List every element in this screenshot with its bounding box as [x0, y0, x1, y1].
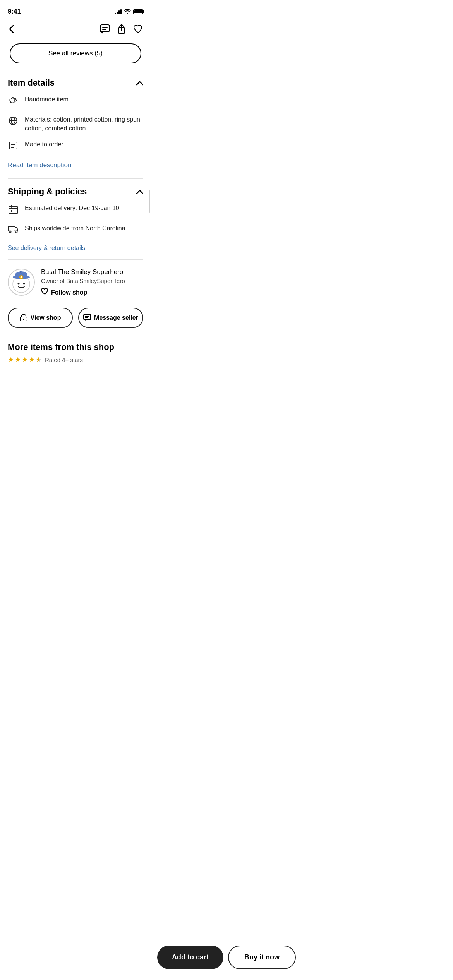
handmade-detail: Handmade item — [8, 95, 143, 108]
star-3: ★ — [22, 355, 28, 364]
share-icon[interactable] — [117, 24, 126, 36]
svg-rect-15 — [8, 226, 15, 231]
shop-avatar — [8, 269, 35, 296]
delivery-detail: Estimated delivery: Dec 19-Jan 10 — [8, 204, 143, 217]
delivery-return-link[interactable]: See delivery & return details — [8, 245, 85, 252]
svg-rect-28 — [23, 319, 24, 320]
star-2: ★ — [15, 355, 21, 364]
item-details-title: Item details — [8, 78, 55, 88]
materials-icon — [8, 116, 19, 128]
shipping-header: Shipping & policies — [8, 187, 143, 197]
rating-stars: ★ ★ ★ ★ ★★ — [8, 355, 42, 364]
reviews-section: See all reviews (5) — [0, 42, 151, 70]
view-shop-label: View shop — [31, 314, 61, 321]
svg-rect-0 — [100, 25, 110, 32]
heart-icon[interactable] — [133, 24, 143, 36]
handmade-icon — [8, 96, 19, 108]
status-time: 9:41 — [8, 8, 21, 15]
made-to-order-detail: Made to order — [8, 140, 143, 153]
svg-point-26 — [23, 283, 25, 285]
svg-point-25 — [18, 283, 20, 285]
star-1: ★ — [8, 355, 14, 364]
made-to-order-icon — [8, 140, 19, 153]
rating-text: Rated 4+ stars — [45, 356, 83, 363]
follow-shop-button[interactable]: Follow shop — [41, 288, 87, 297]
follow-shop-label: Follow shop — [51, 289, 87, 296]
chat-icon[interactable] — [100, 24, 110, 36]
materials-detail: Materials: cotton, printed cotton, ring … — [8, 115, 143, 133]
shop-rating: ★ ★ ★ ★ ★★ Rated 4+ stars — [8, 355, 143, 364]
shop-details: Batal The Smiley Superhero Owner of Bata… — [41, 267, 143, 297]
more-items-section: More items from this shop ★ ★ ★ ★ ★★ Rat… — [0, 336, 151, 364]
shipping-chevron[interactable] — [136, 187, 143, 196]
delivery-text: Estimated delivery: Dec 19-Jan 10 — [25, 204, 119, 212]
status-bar: 9:41 — [0, 0, 151, 20]
svg-rect-14 — [11, 210, 12, 212]
made-to-order-text: Made to order — [25, 140, 63, 149]
ships-worldwide-text: Ships worldwide from North Carolina — [25, 224, 125, 233]
shipping-title: Shipping & policies — [8, 187, 87, 197]
status-icons — [115, 9, 143, 15]
item-details-section: Item details Handmade item — [0, 70, 151, 178]
shop-actions: View shop Message seller — [0, 302, 151, 336]
svg-point-22 — [20, 271, 22, 273]
nav-actions — [100, 24, 143, 36]
shipping-location-detail: Ships worldwide from North Carolina — [8, 224, 143, 235]
item-details-header: Item details — [8, 78, 143, 88]
follow-heart-icon — [41, 288, 49, 297]
shipping-policies-section: Shipping & policies Estimated delivery: … — [0, 179, 151, 259]
shop-section: Batal The Smiley Superhero Owner of Bata… — [0, 260, 151, 297]
message-seller-label: Message seller — [94, 314, 138, 321]
view-shop-button[interactable]: View shop — [8, 308, 73, 328]
item-details-chevron[interactable] — [136, 79, 143, 87]
truck-icon — [8, 224, 19, 235]
see-all-reviews-button[interactable]: See all reviews (5) — [10, 43, 141, 63]
battery-icon — [133, 9, 143, 14]
handmade-text: Handmade item — [25, 95, 69, 104]
star-4: ★ — [29, 355, 35, 364]
read-item-description-link[interactable]: Read item description — [8, 161, 71, 169]
materials-text: Materials: cotton, printed cotton, ring … — [25, 115, 143, 133]
signal-icon — [115, 9, 122, 14]
nav-bar — [0, 20, 151, 42]
shop-name: Batal The Smiley Superhero — [41, 267, 143, 277]
scroll-indicator — [149, 190, 150, 213]
star-half: ★★ — [36, 355, 42, 364]
svg-rect-10 — [9, 206, 17, 214]
wifi-icon — [124, 9, 131, 15]
svg-rect-29 — [84, 314, 91, 320]
calendar-icon — [8, 204, 19, 217]
shop-owner: Owner of BatalSmileySuperHero — [41, 277, 143, 285]
more-items-title: More items from this shop — [8, 342, 143, 352]
svg-point-24 — [20, 276, 22, 278]
message-seller-button[interactable]: Message seller — [78, 308, 143, 328]
shop-info: Batal The Smiley Superhero Owner of Bata… — [8, 267, 143, 297]
back-button[interactable] — [8, 23, 15, 37]
